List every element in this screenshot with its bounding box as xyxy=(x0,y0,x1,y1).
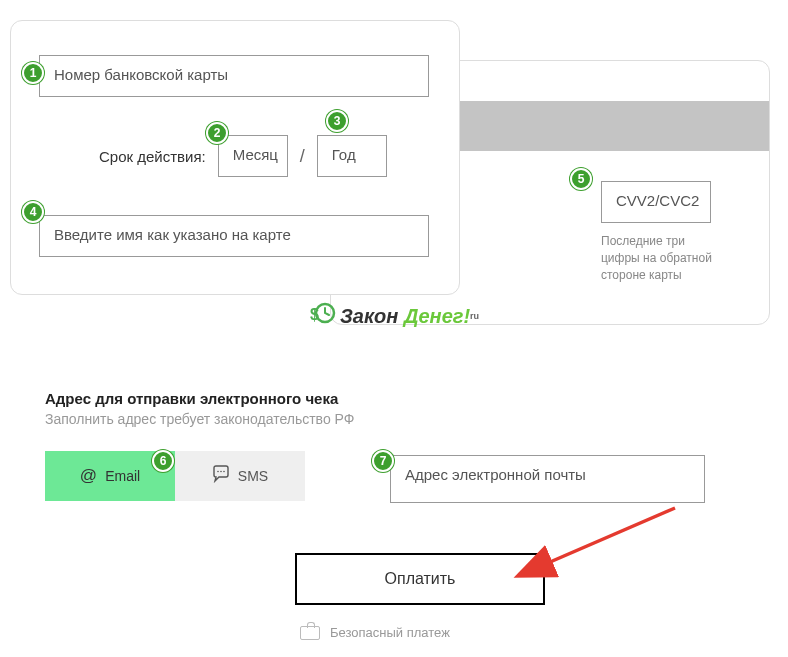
expiry-slash: / xyxy=(300,146,305,167)
cvv-hint-line: Последние три xyxy=(601,233,721,250)
receipt-title: Адрес для отправки электронного чека xyxy=(45,390,745,407)
expiry-label: Срок действия: xyxy=(99,148,206,165)
step-badge-1: 1 xyxy=(22,62,44,84)
pay-button[interactable]: Оплатить xyxy=(295,553,545,605)
step-badge-5: 5 xyxy=(570,168,592,190)
cvv-input[interactable]: CVV2/CVC2 xyxy=(601,181,711,223)
cardholder-name-input[interactable]: Введите имя как указано на карте xyxy=(39,215,429,257)
step-badge-7: 7 xyxy=(372,450,394,472)
expiry-row: Срок действия: Месяц / Год xyxy=(99,135,431,177)
svg-point-2 xyxy=(217,470,219,472)
card-front-panel: Номер банковской карты Срок действия: Ме… xyxy=(10,20,460,295)
logo-text-2: Денег! xyxy=(404,305,470,328)
step-badge-6: 6 xyxy=(152,450,174,472)
expiry-year-input[interactable]: Год xyxy=(317,135,387,177)
cvv-hint: Последние три цифры на обратной стороне … xyxy=(601,233,721,283)
step-badge-4: 4 xyxy=(22,201,44,223)
secure-payment-row: Безопасный платеж xyxy=(300,625,450,640)
cvv-container: CVV2/CVC2 Последние три цифры на обратно… xyxy=(601,181,721,283)
lock-card-icon xyxy=(300,626,320,640)
site-logo: $ Закон Денег! ru xyxy=(310,300,479,332)
cvv-hint-line: стороне карты xyxy=(601,267,721,284)
expiry-month-input[interactable]: Месяц xyxy=(218,135,288,177)
clock-icon: $ xyxy=(310,300,336,332)
tab-sms[interactable]: SMS xyxy=(175,451,305,501)
card-number-input[interactable]: Номер банковской карты xyxy=(39,55,429,97)
chat-icon xyxy=(212,465,230,488)
svg-point-4 xyxy=(223,470,225,472)
logo-ru: ru xyxy=(470,311,479,321)
secure-payment-label: Безопасный платеж xyxy=(330,625,450,640)
tab-email-label: Email xyxy=(105,468,140,484)
tab-sms-label: SMS xyxy=(238,468,268,484)
svg-point-3 xyxy=(220,470,222,472)
cvv-hint-line: цифры на обратной xyxy=(601,250,721,267)
at-icon: @ xyxy=(80,466,97,486)
step-badge-3: 3 xyxy=(326,110,348,132)
svg-text:$: $ xyxy=(310,306,319,323)
step-badge-2: 2 xyxy=(206,122,228,144)
email-address-input[interactable]: Адрес электронной почты xyxy=(390,455,705,503)
logo-text-1: Закон xyxy=(340,305,398,328)
receipt-subtitle: Заполнить адрес требует законодательство… xyxy=(45,411,745,427)
